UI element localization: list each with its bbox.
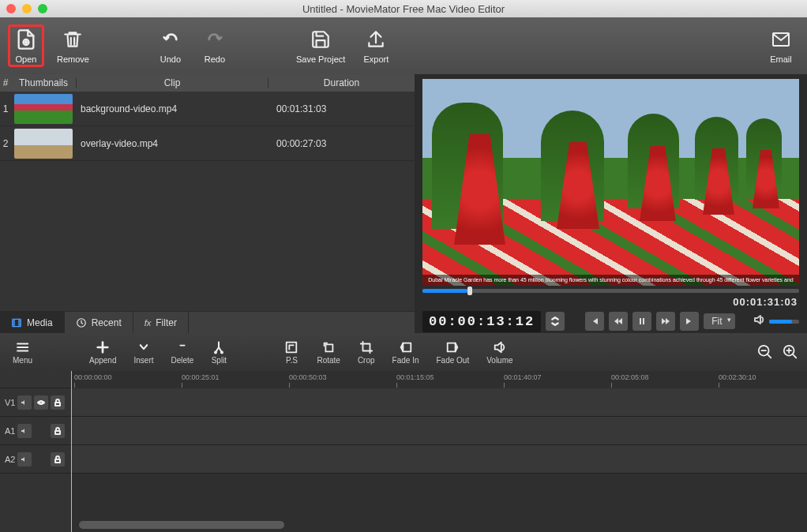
redo-label: Redo (205, 54, 225, 64)
media-table-header: # Thumbnails Clip Duration (0, 74, 415, 92)
crop-button[interactable]: Crop (353, 339, 380, 366)
tab-media[interactable]: Media (0, 312, 65, 333)
ruler-tick: 00:00:25:01 (182, 373, 220, 381)
volume-slider[interactable] (769, 320, 799, 324)
timecode-display[interactable]: 00:00:13:12 (422, 311, 541, 332)
ps-button[interactable]: P.S (279, 339, 304, 366)
close-window-button[interactable] (6, 4, 16, 13)
scrub-bar[interactable] (422, 289, 799, 293)
rotate-button[interactable]: Rotate (312, 339, 344, 366)
save-button[interactable]: Save Project (293, 26, 348, 66)
split-icon (211, 340, 227, 354)
skip-start-button[interactable] (585, 312, 604, 331)
track-label: A1 (5, 426, 15, 436)
pause-button[interactable] (632, 312, 651, 331)
ruler-tick: 00:00:00:00 (74, 373, 112, 381)
timecode-step[interactable] (546, 312, 565, 331)
svg-rect-10 (326, 344, 333, 351)
minimize-window-button[interactable] (22, 4, 32, 13)
mute-button[interactable] (17, 424, 32, 438)
open-label: Open (16, 54, 37, 64)
volume-icon[interactable] (753, 313, 766, 329)
export-label: Export (363, 54, 388, 64)
split-button[interactable]: Split (206, 339, 231, 366)
col-num: # (0, 77, 11, 88)
fadeout-button[interactable]: Fade Out (432, 339, 475, 366)
hide-button[interactable] (34, 395, 48, 410)
tab-recent[interactable]: Recent (65, 312, 133, 333)
media-row[interactable]: 2 overlay-video.mp4 00:00:27:03 (0, 126, 415, 161)
export-icon (362, 28, 389, 51)
email-icon (768, 28, 794, 51)
timeline-scrollbar[interactable] (71, 521, 807, 529)
email-button[interactable]: Email (764, 26, 798, 66)
append-button[interactable]: Append (84, 339, 121, 366)
time-ruler[interactable]: 00:00:00:00 00:00:25:01 00:00:50:03 00:0… (71, 371, 807, 388)
minus-icon (175, 340, 190, 354)
rewind-button[interactable] (609, 312, 628, 331)
clip-name: overlay-video.mp4 (76, 138, 268, 149)
tab-filter[interactable]: fx Filter (133, 312, 189, 333)
export-button[interactable]: Export (359, 26, 392, 66)
plus-icon (95, 340, 111, 354)
undo-icon (157, 28, 184, 51)
preview-panel: Dubai Miracle Garden has more than 45 mi… (415, 74, 807, 333)
track-a1[interactable] (71, 417, 807, 445)
track-head-a1: A1 (0, 417, 71, 445)
tab-media-label: Media (27, 317, 53, 328)
playhead[interactable] (71, 371, 72, 532)
remove-button[interactable]: Remove (54, 26, 92, 66)
redo-button[interactable]: Redo (198, 26, 231, 66)
tab-filter-label: Filter (156, 317, 177, 328)
remove-label: Remove (57, 54, 89, 64)
mute-button[interactable] (17, 395, 32, 410)
crop-icon (358, 340, 374, 354)
svg-point-6 (16, 350, 17, 351)
lock-button[interactable] (51, 395, 65, 410)
maximize-window-button[interactable] (38, 4, 47, 13)
delete-button[interactable]: Delete (167, 339, 199, 366)
skip-end-button[interactable] (680, 312, 699, 331)
ruler-tick: 00:02:05:08 (611, 373, 649, 381)
zoom-out-button[interactable] (756, 343, 774, 361)
ruler-tick: 00:01:40:07 (504, 373, 542, 381)
menu-button[interactable]: Menu (8, 339, 37, 366)
resize-icon (283, 340, 299, 354)
svg-rect-12 (448, 343, 456, 351)
timeline-tracks[interactable]: 00:00:00:00 00:00:25:01 00:00:50:03 00:0… (71, 371, 807, 532)
film-icon (11, 317, 22, 328)
rotate-icon (321, 340, 336, 354)
svg-rect-9 (287, 342, 297, 352)
save-label: Save Project (296, 54, 345, 64)
mute-button[interactable] (17, 452, 32, 466)
undo-label: Undo (160, 54, 181, 64)
svg-point-5 (16, 347, 17, 348)
save-icon (307, 28, 334, 51)
svg-rect-11 (403, 343, 411, 351)
file-plus-icon (13, 28, 39, 51)
forward-button[interactable] (656, 312, 675, 331)
lock-button[interactable] (51, 452, 65, 466)
panel-tabs: Media Recent fx Filter (0, 311, 415, 333)
track-head-a2: A2 (0, 445, 71, 474)
main-toolbar: Open Remove Undo Redo Save Project Expor… (0, 17, 807, 74)
clip-duration: 00:01:31:03 (268, 103, 415, 114)
lock-button[interactable] (51, 424, 65, 438)
zoom-select[interactable]: Fit (704, 313, 734, 329)
undo-button[interactable]: Undo (154, 26, 187, 66)
svg-point-7 (215, 351, 216, 353)
zoom-in-button[interactable] (782, 343, 799, 361)
fadein-button[interactable]: Fade In (388, 339, 424, 366)
speaker-icon (492, 340, 508, 354)
tab-recent-label: Recent (92, 317, 122, 328)
insert-button[interactable]: Insert (129, 339, 159, 366)
preview-viewport[interactable]: Dubai Miracle Garden has more than 45 mi… (422, 79, 799, 286)
media-row[interactable]: 1 background-video.mp4 00:01:31:03 (0, 92, 415, 126)
track-a2[interactable] (71, 445, 807, 474)
preview-caption: Dubai Miracle Garden has more than 45 mi… (422, 275, 799, 286)
fade-in-icon (398, 340, 414, 354)
volume-button[interactable]: Volume (482, 339, 517, 366)
timeline-toolbar: Menu Append Insert Delete Split P.S Rota… (0, 333, 807, 371)
track-v1[interactable] (71, 388, 807, 417)
open-button[interactable]: Open (9, 26, 43, 66)
